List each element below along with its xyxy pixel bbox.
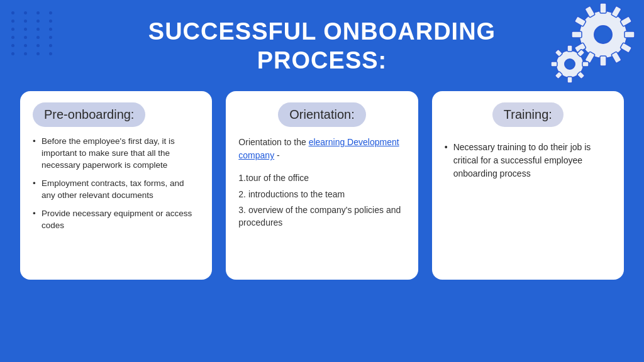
pre-onboarding-item-2: Employment contracts, tax forms, and any… bbox=[33, 178, 199, 202]
orientation-item-2: 2. introductions to the team bbox=[238, 189, 405, 201]
orientation-item-3: 3. overview of the company's policies an… bbox=[238, 204, 405, 229]
svg-point-1 bbox=[594, 26, 612, 43]
svg-rect-20 bbox=[567, 77, 572, 83]
svg-rect-12 bbox=[574, 16, 586, 27]
training-header: Training: bbox=[492, 102, 564, 127]
svg-rect-2 bbox=[600, 3, 606, 13]
orientation-item-1: 1.tour of the office bbox=[238, 172, 405, 185]
svg-rect-13 bbox=[585, 6, 596, 18]
decorative-dots bbox=[11, 11, 57, 55]
svg-rect-11 bbox=[572, 31, 582, 38]
svg-rect-3 bbox=[611, 6, 622, 18]
orientation-card: Orientation: Orientation to the elearnin… bbox=[226, 91, 418, 280]
svg-rect-6 bbox=[620, 43, 632, 53]
training-card: Training: Necessary training to do their… bbox=[432, 91, 624, 280]
svg-rect-16 bbox=[567, 45, 572, 52]
training-item-1: Necessary training to do their job is cr… bbox=[445, 141, 611, 180]
pre-onboarding-card: Pre-onboarding: Before the employee's fi… bbox=[20, 91, 212, 280]
svg-rect-22 bbox=[551, 62, 557, 67]
svg-rect-4 bbox=[620, 16, 632, 27]
svg-rect-7 bbox=[611, 52, 622, 63]
cards-row: Pre-onboarding: Before the employee's fi… bbox=[0, 91, 644, 280]
orientation-header: Orientation: bbox=[278, 102, 365, 127]
training-list: Necessary training to do their job is cr… bbox=[445, 141, 611, 180]
svg-rect-18 bbox=[582, 62, 589, 67]
gear-decoration bbox=[543, 0, 644, 101]
svg-rect-8 bbox=[600, 56, 606, 66]
pre-onboarding-list: Before the employee's first day, it is i… bbox=[33, 136, 199, 231]
pre-onboarding-item-1: Before the employee's first day, it is i… bbox=[33, 136, 199, 172]
pre-onboarding-item-3: Provide necessary equipment or access co… bbox=[33, 208, 199, 232]
svg-rect-5 bbox=[625, 31, 635, 38]
pre-onboarding-header: Pre-onboarding: bbox=[33, 102, 145, 127]
svg-point-15 bbox=[565, 59, 575, 69]
orientation-list: 1.tour of the office 2. introductions to… bbox=[238, 172, 405, 229]
orientation-intro: Orientation to the elearning Development… bbox=[238, 136, 405, 162]
